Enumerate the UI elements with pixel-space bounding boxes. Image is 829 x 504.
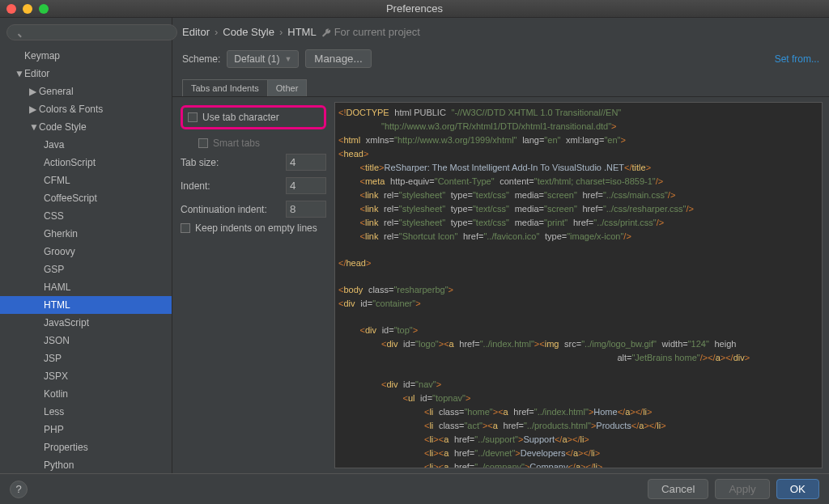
sidebar-item-coffeescript[interactable]: CoffeeScript: [0, 189, 172, 207]
sidebar-item-groovy[interactable]: Groovy: [0, 243, 172, 260]
sidebar-item-actionscript[interactable]: ActionScript: [0, 154, 172, 172]
sidebar-item-json[interactable]: JSON: [0, 332, 172, 349]
indent-label: Indent:: [181, 180, 210, 192]
search-wrap: [6, 24, 177, 40]
project-scope-label: For current project: [334, 26, 420, 38]
tabs: Tabs and Indents Other: [172, 76, 829, 97]
wrench-icon: [321, 28, 331, 37]
tab-tabs-indents[interactable]: Tabs and Indents: [182, 79, 268, 96]
sidebar-item-haml[interactable]: HAML: [0, 278, 172, 296]
titlebar: Preferences: [0, 0, 829, 18]
sidebar-item-html[interactable]: HTML: [0, 296, 172, 314]
project-scope: For current project: [321, 26, 420, 38]
breadcrumb-seg: Code Style: [223, 26, 274, 38]
sidebar-item-python[interactable]: Python: [0, 456, 172, 473]
chevron-right-icon: ›: [279, 26, 283, 38]
sidebar-item-php[interactable]: PHP: [0, 421, 172, 438]
content-pane: Editor › Code Style › HTML For current p…: [172, 18, 829, 473]
scheme-row: Scheme: Default (1) ▼ Manage... Set from…: [172, 44, 829, 76]
breadcrumb: Editor › Code Style › HTML For current p…: [172, 18, 829, 44]
cancel-button[interactable]: Cancel: [648, 479, 709, 499]
set-from-link[interactable]: Set from...: [775, 53, 819, 65]
checkbox-icon: [188, 112, 198, 122]
checkbox-icon: [198, 138, 208, 148]
use-tab-label: Use tab character: [202, 112, 279, 123]
sidebar-item-properties[interactable]: Properties: [0, 438, 172, 456]
keep-indents-checkbox-row[interactable]: Keep indents on empty lines: [181, 221, 326, 235]
sidebar-item-less[interactable]: Less: [0, 403, 172, 421]
smart-tabs-label: Smart tabs: [213, 138, 260, 149]
sidebar-item-jsp[interactable]: JSP: [0, 349, 172, 367]
tab-size-input[interactable]: [286, 154, 326, 171]
cont-indent-label: Continuation indent:: [181, 204, 267, 215]
indent-input[interactable]: [286, 177, 326, 194]
highlight-use-tab: Use tab character: [181, 105, 326, 129]
sidebar-item-jspx[interactable]: JSPX: [0, 367, 172, 385]
sidebar-item-gherkin[interactable]: Gherkin: [0, 225, 172, 243]
sidebar-item-javascript[interactable]: JavaScript: [0, 314, 172, 332]
tab-body: ◉ Use tab character Smart tabs Tab size:: [172, 97, 829, 473]
search-input[interactable]: [6, 24, 177, 40]
scheme-label: Scheme:: [182, 53, 220, 65]
ok-button[interactable]: OK: [776, 479, 819, 499]
settings-panel: ◉ Use tab character Smart tabs Tab size:: [172, 97, 334, 473]
sidebar-item-colors-fonts[interactable]: ▶Colors & Fonts: [0, 100, 172, 118]
minimize-window-icon[interactable]: [23, 4, 32, 14]
chevron-down-icon: ▼: [284, 55, 291, 63]
sidebar-item-code-style[interactable]: ▼Code Style: [0, 118, 172, 136]
close-window-icon[interactable]: [6, 4, 16, 14]
sidebar-item-java[interactable]: Java: [0, 136, 172, 154]
window-title: Preferences: [386, 2, 443, 15]
tab-other[interactable]: Other: [267, 79, 308, 96]
bottom-bar: ? Cancel Apply OK: [0, 473, 829, 504]
sidebar-item-kotlin[interactable]: Kotlin: [0, 385, 172, 403]
sidebar: ◀ ▶ Keymap▼Editor▶General▶Colors & Fonts…: [0, 18, 172, 473]
indent-row: Indent:: [181, 174, 326, 197]
chevron-right-icon: ›: [215, 26, 218, 38]
code-preview: <!DOCTYPE html PUBLIC "-//W3C//DTD XHTML…: [334, 102, 823, 468]
scheme-value: Default (1): [234, 53, 279, 65]
sidebar-item-css[interactable]: CSS: [0, 207, 172, 225]
search-row: ◀ ▶: [0, 18, 172, 47]
scheme-select[interactable]: Default (1) ▼: [227, 50, 299, 68]
main-area: ◀ ▶ Keymap▼Editor▶General▶Colors & Fonts…: [0, 18, 829, 473]
sidebar-item-general[interactable]: ▶General: [0, 83, 172, 100]
sidebar-item-gsp[interactable]: GSP: [0, 260, 172, 278]
sidebar-item-editor[interactable]: ▼Editor: [0, 65, 172, 83]
use-tab-checkbox-row[interactable]: Use tab character: [188, 110, 319, 125]
breadcrumb-seg: Editor: [182, 26, 210, 38]
zoom-window-icon[interactable]: [39, 4, 49, 14]
settings-tree[interactable]: Keymap▼Editor▶General▶Colors & Fonts▼Cod…: [0, 47, 172, 473]
smart-tabs-checkbox-row: Smart tabs: [181, 136, 326, 150]
cont-indent-row: Continuation indent:: [181, 197, 326, 221]
manage-button[interactable]: Manage...: [305, 49, 371, 68]
tab-size-label: Tab size:: [181, 157, 219, 168]
breadcrumb-seg: HTML: [287, 26, 316, 38]
cont-indent-input[interactable]: [286, 201, 326, 218]
keep-indents-label: Keep indents on empty lines: [195, 222, 317, 234]
tab-size-row: Tab size:: [181, 150, 326, 174]
apply-button[interactable]: Apply: [715, 479, 769, 499]
checkbox-icon: [181, 223, 190, 233]
traffic-lights: [6, 4, 49, 14]
sidebar-item-keymap[interactable]: Keymap: [0, 47, 172, 65]
sidebar-item-cfml[interactable]: CFML: [0, 172, 172, 189]
help-button[interactable]: ?: [10, 481, 28, 498]
